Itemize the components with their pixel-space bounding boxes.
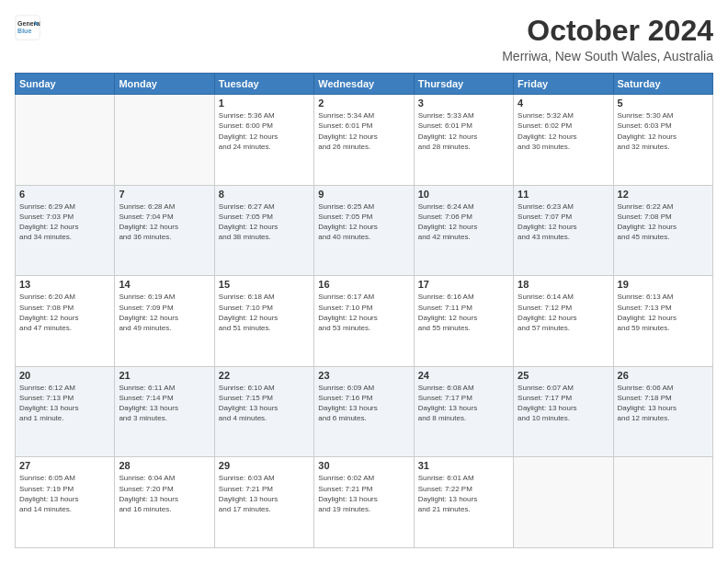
day-info: Sunrise: 6:25 AM Sunset: 7:05 PM Dayligh… <box>318 201 409 243</box>
day-number: 14 <box>119 279 210 290</box>
day-number: 2 <box>318 98 409 109</box>
day-number: 15 <box>219 279 310 290</box>
day-number: 16 <box>318 279 409 290</box>
day-number: 5 <box>618 98 709 109</box>
day-info: Sunrise: 5:36 AM Sunset: 6:00 PM Dayligh… <box>219 110 310 152</box>
table-row: 11Sunrise: 6:23 AM Sunset: 7:07 PM Dayli… <box>514 185 613 276</box>
calendar-row: 13Sunrise: 6:20 AM Sunset: 7:08 PM Dayli… <box>16 276 713 367</box>
table-row: 22Sunrise: 6:10 AM Sunset: 7:15 PM Dayli… <box>214 366 313 457</box>
day-info: Sunrise: 6:16 AM Sunset: 7:11 PM Dayligh… <box>418 292 509 333</box>
day-info: Sunrise: 6:06 AM Sunset: 7:18 PM Dayligh… <box>618 383 709 424</box>
day-number: 29 <box>219 460 310 471</box>
table-row: 16Sunrise: 6:17 AM Sunset: 7:10 PM Dayli… <box>314 276 414 367</box>
day-number: 20 <box>19 370 110 381</box>
day-info: Sunrise: 6:04 AM Sunset: 7:20 PM Dayligh… <box>119 473 210 514</box>
day-number: 17 <box>418 279 509 290</box>
table-row: 10Sunrise: 6:24 AM Sunset: 7:06 PM Dayli… <box>414 185 513 276</box>
table-row: 1Sunrise: 5:36 AM Sunset: 6:00 PM Daylig… <box>214 95 313 186</box>
day-info: Sunrise: 6:03 AM Sunset: 7:21 PM Dayligh… <box>219 473 310 514</box>
table-row: 20Sunrise: 6:12 AM Sunset: 7:13 PM Dayli… <box>16 366 115 457</box>
day-number: 9 <box>318 189 409 200</box>
table-row: 8Sunrise: 6:27 AM Sunset: 7:05 PM Daylig… <box>214 185 313 276</box>
calendar-row: 1Sunrise: 5:36 AM Sunset: 6:00 PM Daylig… <box>16 95 713 186</box>
table-row: 26Sunrise: 6:06 AM Sunset: 7:18 PM Dayli… <box>613 366 712 457</box>
day-number: 25 <box>518 370 609 381</box>
table-row: 6Sunrise: 6:29 AM Sunset: 7:03 PM Daylig… <box>16 185 115 276</box>
day-info: Sunrise: 6:20 AM Sunset: 7:08 PM Dayligh… <box>19 292 110 333</box>
day-info: Sunrise: 5:32 AM Sunset: 6:02 PM Dayligh… <box>518 110 609 152</box>
col-wednesday: Wednesday <box>314 74 414 95</box>
day-number: 24 <box>418 370 509 381</box>
day-info: Sunrise: 6:01 AM Sunset: 7:22 PM Dayligh… <box>418 473 509 514</box>
day-number: 28 <box>119 460 210 471</box>
table-row <box>16 95 115 186</box>
day-info: Sunrise: 5:34 AM Sunset: 6:01 PM Dayligh… <box>318 110 409 152</box>
day-info: Sunrise: 6:19 AM Sunset: 7:09 PM Dayligh… <box>119 292 210 333</box>
col-tuesday: Tuesday <box>214 74 313 95</box>
table-row: 24Sunrise: 6:08 AM Sunset: 7:17 PM Dayli… <box>414 366 513 457</box>
table-row: 23Sunrise: 6:09 AM Sunset: 7:16 PM Dayli… <box>314 366 414 457</box>
subtitle: Merriwa, New South Wales, Australia <box>502 49 713 63</box>
day-number: 27 <box>19 460 110 471</box>
day-info: Sunrise: 6:10 AM Sunset: 7:15 PM Dayligh… <box>219 383 310 424</box>
table-row <box>514 457 613 548</box>
col-monday: Monday <box>115 74 214 95</box>
day-info: Sunrise: 6:29 AM Sunset: 7:03 PM Dayligh… <box>19 201 110 243</box>
logo-icon: General Blue <box>15 15 40 40</box>
day-number: 11 <box>518 189 609 200</box>
day-info: Sunrise: 6:13 AM Sunset: 7:13 PM Dayligh… <box>618 292 709 333</box>
day-number: 4 <box>518 98 609 109</box>
table-row: 2Sunrise: 5:34 AM Sunset: 6:01 PM Daylig… <box>314 95 414 186</box>
day-number: 23 <box>318 370 409 381</box>
calendar-row: 20Sunrise: 6:12 AM Sunset: 7:13 PM Dayli… <box>16 366 713 457</box>
table-row: 3Sunrise: 5:33 AM Sunset: 6:01 PM Daylig… <box>414 95 513 186</box>
table-row: 25Sunrise: 6:07 AM Sunset: 7:17 PM Dayli… <box>514 366 613 457</box>
day-info: Sunrise: 6:07 AM Sunset: 7:17 PM Dayligh… <box>518 383 609 424</box>
day-info: Sunrise: 6:02 AM Sunset: 7:21 PM Dayligh… <box>318 473 409 514</box>
calendar-row: 6Sunrise: 6:29 AM Sunset: 7:03 PM Daylig… <box>16 185 713 276</box>
day-info: Sunrise: 6:05 AM Sunset: 7:19 PM Dayligh… <box>19 473 110 514</box>
day-number: 10 <box>418 189 509 200</box>
day-info: Sunrise: 5:30 AM Sunset: 6:03 PM Dayligh… <box>618 110 709 152</box>
table-row: 19Sunrise: 6:13 AM Sunset: 7:13 PM Dayli… <box>613 276 712 367</box>
col-thursday: Thursday <box>414 74 513 95</box>
day-info: Sunrise: 6:22 AM Sunset: 7:08 PM Dayligh… <box>618 201 709 243</box>
table-row <box>613 457 712 548</box>
day-number: 22 <box>219 370 310 381</box>
table-row: 21Sunrise: 6:11 AM Sunset: 7:14 PM Dayli… <box>115 366 214 457</box>
table-row: 5Sunrise: 5:30 AM Sunset: 6:03 PM Daylig… <box>613 95 712 186</box>
day-info: Sunrise: 6:18 AM Sunset: 7:10 PM Dayligh… <box>219 292 310 333</box>
day-number: 1 <box>219 98 310 109</box>
day-info: Sunrise: 6:09 AM Sunset: 7:16 PM Dayligh… <box>318 383 409 424</box>
svg-text:Blue: Blue <box>17 28 31 34</box>
table-row: 12Sunrise: 6:22 AM Sunset: 7:08 PM Dayli… <box>613 185 712 276</box>
table-row: 17Sunrise: 6:16 AM Sunset: 7:11 PM Dayli… <box>414 276 513 367</box>
table-row: 27Sunrise: 6:05 AM Sunset: 7:19 PM Dayli… <box>16 457 115 548</box>
day-number: 31 <box>418 460 509 471</box>
day-info: Sunrise: 6:08 AM Sunset: 7:17 PM Dayligh… <box>418 383 509 424</box>
day-number: 6 <box>19 189 110 200</box>
header-row: Sunday Monday Tuesday Wednesday Thursday… <box>16 74 713 95</box>
day-number: 7 <box>119 189 210 200</box>
table-row: 15Sunrise: 6:18 AM Sunset: 7:10 PM Dayli… <box>214 276 313 367</box>
day-info: Sunrise: 6:28 AM Sunset: 7:04 PM Dayligh… <box>119 201 210 243</box>
day-info: Sunrise: 6:12 AM Sunset: 7:13 PM Dayligh… <box>19 383 110 424</box>
day-number: 21 <box>119 370 210 381</box>
table-row: 30Sunrise: 6:02 AM Sunset: 7:21 PM Dayli… <box>314 457 414 548</box>
table-row: 18Sunrise: 6:14 AM Sunset: 7:12 PM Dayli… <box>514 276 613 367</box>
col-saturday: Saturday <box>613 74 712 95</box>
day-info: Sunrise: 6:23 AM Sunset: 7:07 PM Dayligh… <box>518 201 609 243</box>
day-number: 19 <box>618 279 709 290</box>
day-number: 8 <box>219 189 310 200</box>
header: General Blue October 2024 Merriwa, New S… <box>15 15 713 63</box>
page: General Blue October 2024 Merriwa, New S… <box>0 0 728 563</box>
table-row: 28Sunrise: 6:04 AM Sunset: 7:20 PM Dayli… <box>115 457 214 548</box>
table-row: 29Sunrise: 6:03 AM Sunset: 7:21 PM Dayli… <box>214 457 313 548</box>
col-sunday: Sunday <box>16 74 115 95</box>
table-row: 13Sunrise: 6:20 AM Sunset: 7:08 PM Dayli… <box>16 276 115 367</box>
day-number: 12 <box>618 189 709 200</box>
table-row: 7Sunrise: 6:28 AM Sunset: 7:04 PM Daylig… <box>115 185 214 276</box>
calendar-row: 27Sunrise: 6:05 AM Sunset: 7:19 PM Dayli… <box>16 457 713 548</box>
month-title: October 2024 <box>502 15 713 47</box>
day-number: 3 <box>418 98 509 109</box>
